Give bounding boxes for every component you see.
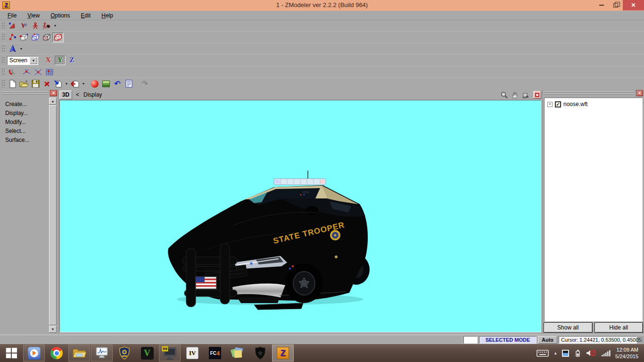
taskbar-gta-v[interactable]: V <box>136 345 158 362</box>
coordinate-space-select[interactable]: Screen ▾ <box>7 56 38 65</box>
title-bar[interactable]: Z 1 - ZModeler ver 2.2.2 (Build 964) ✕ <box>0 0 644 11</box>
detach-button[interactable] <box>33 67 44 77</box>
modifier-dropdown-arrow-icon[interactable]: ▾ <box>18 44 24 54</box>
toolbar-grip[interactable] <box>1 68 5 75</box>
snap-grid-button[interactable] <box>44 67 55 77</box>
viewport-back-arrow[interactable]: < <box>76 91 79 98</box>
texture-browser-button[interactable] <box>100 79 112 89</box>
toolbar-grip[interactable] <box>1 45 5 52</box>
scene-panel-close-button[interactable]: ✕ <box>636 90 643 96</box>
commands-panel-close-button[interactable]: ✕ <box>50 90 57 96</box>
power-icon[interactable] <box>574 349 581 357</box>
volume-muted-icon[interactable] <box>586 349 596 357</box>
taskbar-police-badge-blue[interactable] <box>114 345 135 362</box>
redo-button[interactable]: ↷ <box>139 79 150 89</box>
snap-grid-icon <box>45 68 54 76</box>
material-editor-button[interactable] <box>89 79 100 89</box>
menu-help[interactable]: Help <box>97 11 119 20</box>
viewport-mode-button[interactable]: 3D <box>59 90 72 99</box>
weld-button[interactable] <box>7 67 18 77</box>
scroll-up-icon[interactable]: ▲ <box>49 98 57 105</box>
level-surfaces-button[interactable] <box>41 33 52 42</box>
commands-scrollbar[interactable]: ▲ ▼ <box>49 98 57 333</box>
taskbar-chrome[interactable] <box>46 345 67 362</box>
taskbar-sticky-notes[interactable] <box>227 345 248 362</box>
toolbar-grip[interactable] <box>1 57 5 64</box>
new-button[interactable] <box>7 79 18 89</box>
axis-x-button[interactable]: X <box>43 56 54 65</box>
scrollbar-thumb[interactable] <box>49 105 57 325</box>
modifier-button[interactable] <box>7 44 18 54</box>
level-polygons-button[interactable] <box>30 33 41 42</box>
taskbar-zmodeler[interactable]: Z <box>272 345 294 362</box>
menu-options[interactable]: Options <box>46 11 76 20</box>
taskbar-clock[interactable]: 12:09 AM 5/24/2015 <box>615 346 638 360</box>
maximize-viewport-button[interactable] <box>533 91 541 99</box>
show-hidden-icons-icon[interactable]: ▲ <box>553 351 557 355</box>
menu-file[interactable]: File <box>3 11 23 20</box>
delete-button[interactable]: ✕ <box>41 79 52 89</box>
open-button[interactable] <box>18 79 30 89</box>
taskbar-game-99[interactable]: 99 <box>159 345 181 362</box>
axis-z-button[interactable]: Z <box>66 56 77 65</box>
resize-grip-icon[interactable] <box>637 337 643 343</box>
action-center-icon[interactable] <box>562 350 569 357</box>
viewport-panel: 3D < Display <box>58 90 542 335</box>
network-signal-icon[interactable] <box>601 349 611 357</box>
level-objects-button[interactable] <box>52 33 64 42</box>
scroll-down-icon[interactable]: ▼ <box>49 326 57 333</box>
toolbar-grip[interactable] <box>1 22 5 29</box>
taskbar-media-player[interactable] <box>23 345 45 362</box>
panel-grip[interactable] <box>545 91 634 95</box>
taskbar-police-badge-black[interactable] <box>249 345 271 362</box>
start-button[interactable] <box>0 345 22 362</box>
taskbar-far-cry-4[interactable]: FC4 <box>204 345 226 362</box>
skin-mode-icon <box>42 22 51 30</box>
level-vertices-button[interactable] <box>7 33 18 42</box>
combo-dropdown-arrow-icon[interactable]: ▾ <box>30 57 37 64</box>
mode-dropdown-arrow-icon[interactable]: ▾ <box>52 21 58 31</box>
scene-tree-list[interactable]: + ✓ noose.wft <box>544 98 643 321</box>
minimize-button[interactable] <box>594 0 609 10</box>
menu-edit[interactable]: Edit <box>76 11 97 20</box>
export-dropdown-arrow-icon[interactable]: ▾ <box>81 79 86 89</box>
pan-tool-button[interactable] <box>510 91 519 99</box>
axis-y-button[interactable]: Y <box>55 56 66 65</box>
import-button[interactable] <box>52 79 64 89</box>
close-button[interactable]: ✕ <box>623 0 644 10</box>
commands-panel-header[interactable]: ✕ <box>1 90 57 97</box>
mode-select-button[interactable] <box>7 21 18 31</box>
toolbar-grip[interactable] <box>1 33 5 41</box>
break-vertex-button[interactable] <box>21 67 33 77</box>
auto-toggle-button[interactable]: Auto <box>538 336 557 344</box>
touch-keyboard-icon[interactable] <box>537 350 549 357</box>
coordinate-space-value: Screen <box>9 57 27 64</box>
taskbar-file-explorer[interactable] <box>68 345 90 362</box>
mode-manipulate-button[interactable] <box>18 21 30 31</box>
import-dropdown-arrow-icon[interactable]: ▾ <box>64 79 69 89</box>
hide-all-button[interactable]: Hide all <box>594 322 644 333</box>
expand-icon[interactable]: + <box>547 102 553 107</box>
export-button[interactable] <box>69 79 81 89</box>
tree-item-label[interactable]: noose.wft <box>563 101 587 107</box>
orbit-tool-button[interactable] <box>520 91 529 99</box>
undo-button[interactable]: ↶ <box>112 79 123 89</box>
viewport-view-label[interactable]: Display <box>83 91 102 98</box>
viewport-canvas[interactable]: STATE TROOPER <box>59 100 541 332</box>
taskbar-performance-monitor[interactable] <box>91 345 113 362</box>
menu-view[interactable]: View <box>23 11 46 20</box>
tree-item-noose[interactable]: + ✓ noose.wft <box>545 98 642 107</box>
zoom-tool-button[interactable] <box>500 91 509 99</box>
level-edges-button[interactable] <box>18 33 30 42</box>
save-button[interactable] <box>30 79 41 89</box>
scene-panel-header[interactable]: ✕ <box>544 90 643 97</box>
taskbar-gta-iv[interactable]: IV <box>182 345 203 362</box>
show-all-button[interactable]: Show all <box>544 322 593 333</box>
panel-grip[interactable] <box>2 91 48 95</box>
visibility-checkbox[interactable]: ✓ <box>555 101 561 107</box>
log-button[interactable] <box>123 79 134 89</box>
skeleton-mode-button[interactable] <box>30 21 41 31</box>
toolbar-grip[interactable] <box>1 80 5 88</box>
skin-mode-button[interactable] <box>41 21 52 31</box>
restore-button[interactable] <box>609 0 623 10</box>
